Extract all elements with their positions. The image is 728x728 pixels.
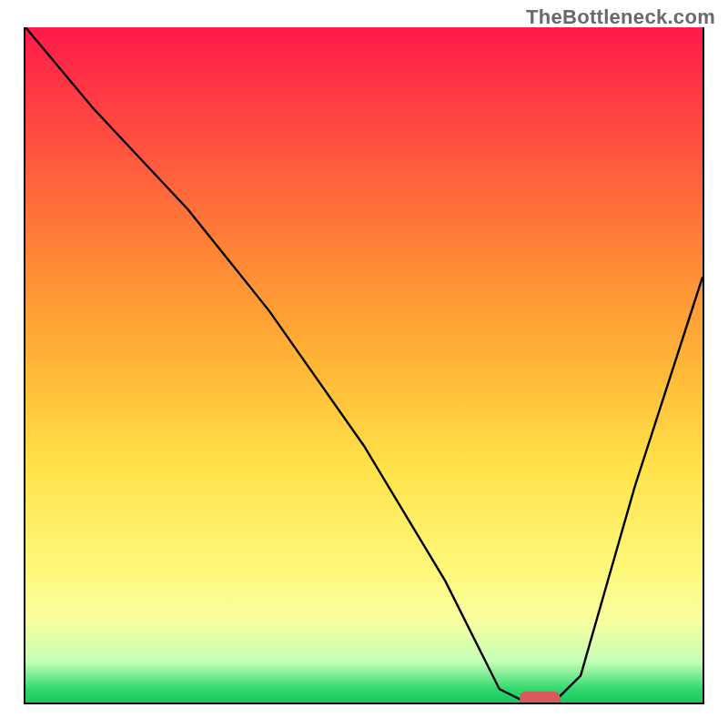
axis-right bbox=[703, 27, 704, 704]
axis-left bbox=[24, 27, 25, 704]
axis-bottom bbox=[24, 703, 704, 704]
chart-svg bbox=[25, 27, 703, 703]
watermark-text: TheBottleneck.com bbox=[526, 5, 715, 29]
chart-plot-area bbox=[25, 27, 703, 703]
optimal-marker bbox=[520, 692, 561, 703]
bottleneck-curve-line bbox=[25, 27, 703, 703]
